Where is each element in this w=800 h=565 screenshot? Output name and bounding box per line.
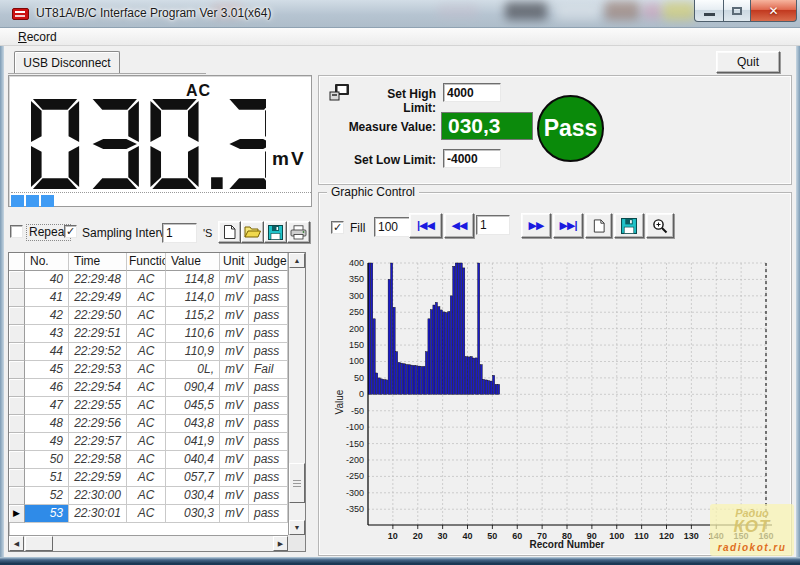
sampling-interval-checkbox[interactable]: ✓ bbox=[64, 225, 77, 238]
cell-unit[interactable]: mV bbox=[220, 451, 249, 469]
nav-first-button[interactable]: |◀◀ bbox=[409, 213, 442, 238]
nav-prev-button[interactable]: ◀◀ bbox=[444, 213, 474, 238]
new-record-button[interactable] bbox=[218, 221, 241, 243]
cell-time[interactable]: 22:29:59 bbox=[69, 469, 127, 487]
cell-unit[interactable]: mV bbox=[220, 505, 249, 523]
cell-no[interactable]: 43 bbox=[25, 325, 69, 343]
cell-no[interactable]: 49 bbox=[25, 433, 69, 451]
column-header-no[interactable]: No. bbox=[25, 253, 69, 271]
cell-value[interactable]: 115,2 bbox=[166, 307, 220, 325]
cell-judge[interactable]: pass bbox=[249, 487, 288, 505]
print-button[interactable] bbox=[287, 221, 310, 243]
column-header-unit[interactable]: Unit bbox=[220, 253, 249, 271]
vscroll-thumb[interactable] bbox=[289, 463, 305, 503]
cell-time[interactable]: 22:29:53 bbox=[69, 361, 127, 379]
cell-function[interactable]: AC bbox=[127, 433, 166, 451]
row-selector[interactable] bbox=[9, 307, 25, 325]
row-selector[interactable] bbox=[9, 343, 25, 361]
cell-function[interactable]: AC bbox=[127, 307, 166, 325]
close-button[interactable]: ✕ bbox=[750, 0, 797, 22]
save-record-button[interactable] bbox=[264, 221, 287, 243]
row-selector[interactable]: ▶ bbox=[9, 505, 25, 523]
table-row[interactable]: 4622:29:54AC090,4mVpass bbox=[9, 379, 305, 397]
table-vertical-scrollbar[interactable]: ▲ ▼ bbox=[288, 253, 305, 535]
cell-no[interactable]: 46 bbox=[25, 379, 69, 397]
table-row[interactable]: 4722:29:55AC045,5mVpass bbox=[9, 397, 305, 415]
table-row[interactable]: 4322:29:51AC110,6mVpass bbox=[9, 325, 305, 343]
cell-function[interactable]: AC bbox=[127, 397, 166, 415]
cell-value[interactable]: 114,0 bbox=[166, 289, 220, 307]
table-horizontal-scrollbar[interactable]: ◀ ▶ bbox=[9, 535, 288, 551]
cell-judge[interactable]: pass bbox=[249, 307, 288, 325]
cell-time[interactable]: 22:29:58 bbox=[69, 451, 127, 469]
nav-last-button[interactable]: ▶▶| bbox=[553, 213, 583, 238]
column-header-function[interactable]: Function bbox=[127, 253, 166, 271]
column-header-time[interactable]: Time bbox=[69, 253, 127, 271]
maximize-button[interactable] bbox=[724, 0, 750, 22]
usb-disconnect-tab[interactable]: USB Disconnect bbox=[14, 51, 120, 74]
cell-no[interactable]: 40 bbox=[25, 271, 69, 289]
cell-judge[interactable]: pass bbox=[249, 379, 288, 397]
cell-value[interactable]: 043,8 bbox=[166, 415, 220, 433]
cell-time[interactable]: 22:29:50 bbox=[69, 307, 127, 325]
cell-judge[interactable]: pass bbox=[249, 433, 288, 451]
cell-function[interactable]: AC bbox=[127, 271, 166, 289]
minimize-button[interactable] bbox=[694, 0, 724, 22]
cell-judge[interactable]: pass bbox=[249, 343, 288, 361]
cell-judge[interactable]: pass bbox=[249, 397, 288, 415]
cell-value[interactable]: 110,6 bbox=[166, 325, 220, 343]
cell-no[interactable]: 45 bbox=[25, 361, 69, 379]
cell-function[interactable]: AC bbox=[127, 415, 166, 433]
table-row[interactable]: 4922:29:57AC041,9mVpass bbox=[9, 433, 305, 451]
row-selector[interactable] bbox=[9, 397, 25, 415]
quit-button[interactable]: Quit bbox=[716, 51, 780, 73]
cell-value[interactable]: 041,9 bbox=[166, 433, 220, 451]
cell-time[interactable]: 22:29:54 bbox=[69, 379, 127, 397]
cell-value[interactable]: 045,5 bbox=[166, 397, 220, 415]
cell-value[interactable]: 090,4 bbox=[166, 379, 220, 397]
scroll-down-icon[interactable]: ▼ bbox=[289, 520, 305, 535]
cell-no[interactable]: 41 bbox=[25, 289, 69, 307]
row-selector[interactable] bbox=[9, 271, 25, 289]
cell-value[interactable]: 040,4 bbox=[166, 451, 220, 469]
row-selector[interactable] bbox=[9, 361, 25, 379]
cell-unit[interactable]: mV bbox=[220, 433, 249, 451]
table-row[interactable]: ▶5322:30:01AC030,3mVpass bbox=[9, 505, 305, 523]
cell-unit[interactable]: mV bbox=[220, 307, 249, 325]
low-limit-input[interactable] bbox=[443, 149, 501, 168]
cell-function[interactable]: AC bbox=[127, 361, 166, 379]
cell-unit[interactable]: mV bbox=[220, 271, 249, 289]
cell-function[interactable]: AC bbox=[127, 469, 166, 487]
cell-unit[interactable]: mV bbox=[220, 415, 249, 433]
cell-judge[interactable]: pass bbox=[249, 271, 288, 289]
cell-time[interactable]: 22:29:48 bbox=[69, 271, 127, 289]
cell-time[interactable]: 22:30:00 bbox=[69, 487, 127, 505]
table-row[interactable]: 4422:29:52AC110,9mVpass bbox=[9, 343, 305, 361]
sampling-interval-input[interactable] bbox=[162, 223, 197, 243]
row-selector[interactable] bbox=[9, 487, 25, 505]
cell-time[interactable]: 22:29:57 bbox=[69, 433, 127, 451]
cell-unit[interactable]: mV bbox=[220, 361, 249, 379]
cell-unit[interactable]: mV bbox=[220, 343, 249, 361]
cell-value[interactable]: 030,4 bbox=[166, 487, 220, 505]
cell-unit[interactable]: mV bbox=[220, 397, 249, 415]
menu-record[interactable]: Record bbox=[12, 29, 63, 45]
cell-value[interactable]: 030,3 bbox=[166, 505, 220, 523]
cell-unit[interactable]: mV bbox=[220, 379, 249, 397]
cell-judge[interactable]: pass bbox=[249, 325, 288, 343]
cell-time[interactable]: 22:29:51 bbox=[69, 325, 127, 343]
cell-judge[interactable]: pass bbox=[249, 469, 288, 487]
scroll-right-icon[interactable]: ▶ bbox=[273, 536, 288, 551]
table-row[interactable]: 4022:29:48AC114,8mVpass bbox=[9, 271, 305, 289]
table-row[interactable]: 4822:29:56AC043,8mVpass bbox=[9, 415, 305, 433]
cell-judge[interactable]: pass bbox=[249, 451, 288, 469]
cell-judge[interactable]: pass bbox=[249, 505, 288, 523]
cell-no[interactable]: 48 bbox=[25, 415, 69, 433]
row-selector[interactable] bbox=[9, 433, 25, 451]
cell-function[interactable]: AC bbox=[127, 289, 166, 307]
cell-time[interactable]: 22:30:01 bbox=[69, 505, 127, 523]
scroll-left-icon[interactable]: ◀ bbox=[9, 536, 24, 551]
titlebar[interactable]: UT81A/B/C Interface Program Ver 3.01(x64… bbox=[0, 0, 800, 28]
row-selector[interactable] bbox=[9, 469, 25, 487]
table-row[interactable]: 4122:29:49AC114,0mVpass bbox=[9, 289, 305, 307]
